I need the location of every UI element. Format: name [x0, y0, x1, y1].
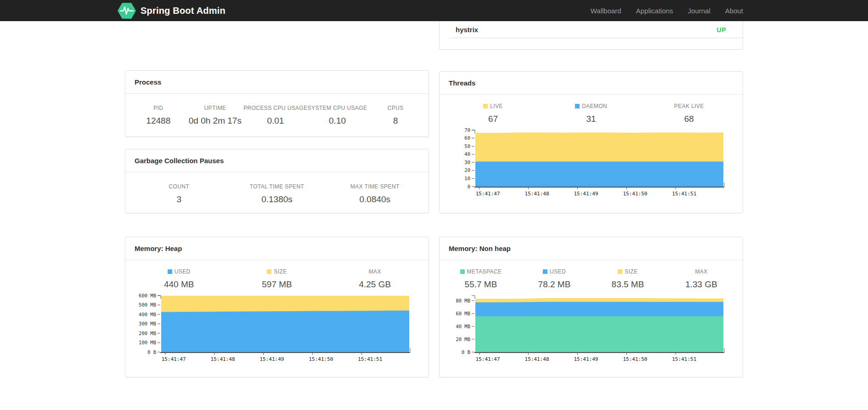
svg-text:400 MB: 400 MB [139, 312, 156, 317]
svg-text:0 B: 0 B [462, 349, 470, 355]
stat-label: SIZE [625, 268, 637, 275]
stat-label: UPTIME [187, 105, 244, 111]
used-legend-swatch [168, 269, 172, 274]
stat-value: 8 [367, 116, 424, 126]
svg-text:15:41:50: 15:41:50 [623, 191, 647, 197]
daemon-legend-swatch [575, 104, 580, 108]
live-legend-swatch [483, 104, 488, 108]
stat-label: SYSTEM CPU USAGE [308, 105, 367, 111]
stat-label: DAEMON [582, 103, 607, 109]
panel-title: Threads [440, 72, 743, 95]
size-legend-swatch [267, 269, 271, 274]
nav-item-journal[interactable]: Journal [688, 7, 710, 15]
nav-item-wallboard[interactable]: Wallboard [591, 7, 621, 15]
panel-title: Memory: Heap [125, 237, 428, 260]
svg-text:200 MB: 200 MB [139, 330, 156, 336]
svg-text:15:41:51: 15:41:51 [672, 356, 696, 362]
gc-stats: COUNT 3 TOTAL TIME SPENT 0.1380s MAX TIM… [125, 172, 428, 205]
used-legend-swatch [543, 269, 547, 274]
health-panel: hystrix UP [439, 21, 743, 50]
stat-value: 0.0840s [326, 194, 424, 205]
stat-label: SIZE [274, 268, 287, 275]
process-stats: PID 12488 UPTIME 0d 0h 2m 17s PROCESS CP… [125, 94, 428, 126]
stat-value: 0.1380s [228, 194, 326, 205]
svg-text:300 MB: 300 MB [139, 321, 156, 326]
stat-nonheap-max: MAX 1.33 GB [665, 268, 738, 290]
stat-heap-used: USED 440 MB [130, 268, 228, 290]
brand-link[interactable]: Spring Boot Admin [118, 2, 225, 19]
svg-text:15:41:51: 15:41:51 [672, 191, 696, 197]
stat-label: COUNT [130, 183, 228, 190]
stat-peak-live: PEAK LIVE 68 [640, 103, 738, 124]
stat-cpus: CPUS 8 [367, 105, 424, 126]
stat-nonheap-size: SIZE 83.5 MB [591, 268, 665, 290]
stat-label: PID [130, 105, 187, 111]
threads-area-chart: 70605040302010015:41:4715:41:4815:41:491… [447, 128, 735, 198]
health-item-name: hystrix [456, 26, 478, 34]
stat-label: MAX TIME SPENT [326, 183, 424, 190]
stat-value: 68 [640, 114, 738, 124]
svg-text:10: 10 [464, 176, 470, 181]
stat-label: CPUS [367, 105, 424, 111]
main-nav: Wallboard Applications Journal About [591, 7, 743, 15]
stat-value: 0.01 [243, 116, 308, 126]
svg-text:15:41:49: 15:41:49 [259, 356, 284, 362]
stat-label: USED [175, 268, 191, 275]
svg-text:40: 40 [464, 151, 470, 157]
size-legend-swatch [618, 269, 622, 274]
stat-value: 440 MB [130, 279, 228, 290]
svg-text:15:41:50: 15:41:50 [309, 356, 333, 362]
svg-text:70: 70 [464, 128, 470, 133]
stat-value: 597 MB [228, 279, 326, 290]
garbage-collection-panel: Garbage Collection Pauses COUNT 3 TOTAL … [125, 149, 429, 213]
nav-item-about[interactable]: About [725, 7, 743, 15]
threads-legend: LIVE 67 DAEMON 31 PEAK LIVE 68 [440, 95, 743, 124]
nav-item-applications[interactable]: Applications [636, 7, 673, 15]
stat-label: METASPACE [467, 268, 502, 275]
threads-panel: Threads LIVE 67 DAEMON 31 PEAK LIVE 68 7… [439, 71, 743, 213]
stat-max-time-spent: MAX TIME SPENT 0.0840s [326, 183, 424, 205]
stat-value: 3 [130, 194, 228, 205]
panel-title: Garbage Collection Pauses [125, 149, 428, 172]
stat-pid: PID 12488 [130, 105, 187, 126]
svg-text:20 MB: 20 MB [456, 336, 470, 342]
svg-text:600 MB: 600 MB [139, 293, 156, 298]
svg-text:40 MB: 40 MB [456, 324, 470, 329]
status-badge: UP [717, 26, 726, 34]
svg-text:15:41:51: 15:41:51 [358, 356, 382, 362]
process-panel: Process PID 12488 UPTIME 0d 0h 2m 17s PR… [125, 70, 429, 137]
health-row-hystrix: hystrix UP [440, 21, 743, 38]
stat-label: PROCESS CPU USAGE [243, 105, 308, 111]
stat-heap-size: SIZE 597 MB [228, 268, 326, 290]
stat-value: 1.33 GB [665, 279, 738, 290]
stat-label: MAX [326, 268, 424, 275]
stat-value: 78.2 MB [518, 279, 591, 290]
nonheap-area-chart: 80 MB60 MB40 MB20 MB0 B15:41:4715:41:481… [447, 293, 735, 363]
panel-title: Memory: Non heap [440, 237, 743, 260]
spring-boot-admin-logo-icon [118, 2, 136, 19]
stat-system-cpu-usage: SYSTEM CPU USAGE 0.10 [308, 105, 367, 126]
svg-text:500 MB: 500 MB [139, 302, 156, 308]
stat-label: USED [550, 268, 566, 275]
stat-value: 55.7 MB [444, 279, 518, 290]
divider [450, 38, 743, 38]
stat-value: 4.25 GB [326, 279, 424, 290]
stat-count: COUNT 3 [130, 183, 228, 205]
right-column: hystrix UP Threads LIVE 67 DAEMON 31 PEA… [439, 21, 743, 377]
svg-text:15:41:47: 15:41:47 [162, 356, 186, 362]
svg-text:20: 20 [464, 167, 470, 173]
stat-process-cpu-usage: PROCESS CPU USAGE 0.01 [243, 105, 308, 126]
stat-label: TOTAL TIME SPENT [228, 183, 326, 190]
stat-value: 0d 0h 2m 17s [187, 116, 244, 126]
nonheap-legend: METASPACE 55.7 MB USED 78.2 MB SIZE 83.5… [440, 260, 743, 290]
stat-label: LIVE [490, 103, 503, 109]
svg-text:50: 50 [464, 143, 470, 149]
svg-text:15:41:47: 15:41:47 [476, 356, 500, 362]
stat-nonheap-used: USED 78.2 MB [518, 268, 591, 290]
panel-title: Process [125, 71, 428, 94]
stat-daemon: DAEMON 31 [542, 103, 640, 124]
stat-value: 12488 [130, 116, 187, 126]
heap-legend: USED 440 MB SIZE 597 MB MAX 4.25 GB [125, 260, 428, 290]
svg-text:15:41:47: 15:41:47 [476, 191, 500, 197]
metaspace-legend-swatch [460, 269, 465, 274]
